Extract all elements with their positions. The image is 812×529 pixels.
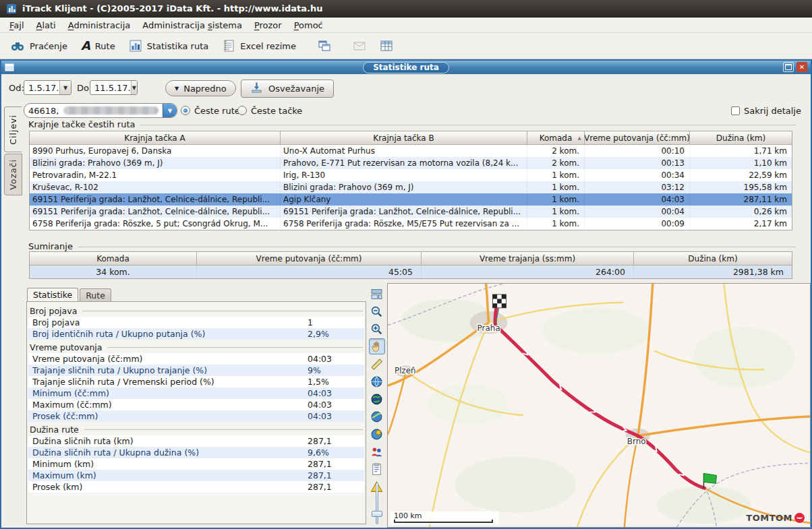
stats-label: Broj identičnih ruta / Ukupno putanja (%… — [28, 329, 205, 339]
cascade-windows-icon — [318, 39, 331, 53]
zoom-out-icon[interactable] — [369, 303, 385, 319]
summary-header-count[interactable]: Komada — [30, 252, 197, 266]
cell-count: 1 kom. — [527, 206, 585, 218]
details-tabs: Statistike Rute — [27, 288, 113, 301]
tomtom-logo: TOMTOM — [746, 513, 805, 523]
main-toolbar: Praćenje A Rute Statistika ruta Excel re… — [0, 33, 812, 59]
menu-item-fajl[interactable]: Fajl — [3, 19, 30, 32]
map-image[interactable]: Praha Plzeň Brno — [388, 284, 810, 527]
overview-icon[interactable] — [369, 286, 385, 302]
globe-hybrid-icon[interactable] — [369, 408, 385, 425]
excel-rezime-button[interactable]: Excel rezime — [216, 36, 302, 56]
stats-row: Vreme putovanja (čč:mm)04:03 — [28, 353, 364, 365]
route-row[interactable]: 6758 Periferija grada: Röszke, 5 put; Cs… — [30, 218, 792, 230]
report-icon[interactable] — [369, 461, 385, 477]
statistika-ruta-button[interactable]: Statistika ruta — [123, 36, 215, 56]
table-grid-icon — [380, 39, 393, 53]
map-panel: Praha Plzeň Brno 100 km TOMTOM — [367, 283, 811, 528]
route-row[interactable]: 8990 Purhus, Europavej 6, DanskaUno-X Au… — [30, 145, 792, 157]
side-tab-ciljevi[interactable]: Ciljevi — [4, 106, 22, 152]
cell-count: 1 kom. — [527, 218, 585, 230]
stats-value: 9% — [308, 365, 321, 376]
stats-value: 287,1 — [308, 470, 332, 481]
to-date-select[interactable]: 11.5.17. ▼ — [90, 80, 138, 95]
radio-ceste-rute[interactable]: Česte rute — [181, 104, 240, 117]
menu-item-alati[interactable]: Alati — [30, 19, 62, 32]
menu-item-pomo[interactable]: Pomoć — [288, 19, 329, 32]
column-header-endpoint-a[interactable]: Krajnja tačka A — [30, 131, 281, 145]
stats-row: Trajanje sličnih ruta / Vremenski period… — [28, 376, 364, 387]
cell-time: 00:34 — [585, 169, 690, 181]
city-label-brno: Brno — [627, 437, 646, 446]
slider-handle[interactable] — [372, 511, 382, 517]
window-titlebar[interactable]: iTrack Klijent - (C)2005-2017 iData Kft.… — [0, 0, 812, 18]
column-header-travel-time[interactable]: Vreme putovanja (čč:mm) — [585, 131, 690, 145]
window-title: iTrack Klijent - (C)2005-2017 iData Kft.… — [22, 3, 323, 13]
advanced-label: Napredno — [183, 84, 226, 94]
globe-poi-icon[interactable] — [369, 426, 385, 442]
refresh-download-icon — [250, 82, 264, 96]
globe-satellite-icon[interactable] — [369, 391, 385, 407]
application-window: iTrack Klijent - (C)2005-2017 iData Kft.… — [0, 0, 812, 529]
from-date-select[interactable]: 1.5.17. ▼ — [24, 80, 71, 95]
mdi-client: Od: 1.5.17. ▼ Do 11.5.17. ▼ ▼ Napredno O… — [1, 74, 811, 528]
summary-header-travel-time[interactable]: Vreme putovanja (čč:mm) — [197, 252, 422, 266]
chevron-down-icon[interactable]: ▼ — [59, 81, 71, 94]
summary-header-duration[interactable]: Vreme trajanja (ss:mm) — [422, 252, 634, 266]
route-a-icon: A — [81, 40, 90, 52]
stats-value: 04:03 — [308, 353, 332, 365]
close-button[interactable]: ✕ — [796, 62, 807, 72]
cascade-windows-button[interactable] — [312, 36, 337, 56]
routes-table: Krajnja tačka A Krajnja tačka B Komada▲ … — [29, 131, 792, 230]
column-header-count[interactable]: Komada▲ — [527, 131, 585, 145]
menu-item-administracija[interactable]: Administracija — [62, 19, 137, 32]
side-tab-vozaci[interactable]: Vozači — [4, 154, 22, 195]
stats-value: 1,5% — [308, 376, 329, 387]
stats-value: 287,1 — [308, 458, 332, 470]
cell-endpoint-a: 6758 Periferija grada: Röszke, 5 put; Cs… — [30, 218, 281, 230]
excel-notebook-icon — [222, 39, 235, 53]
route-row[interactable]: Blizini grada: Prahovo (369 m, J)Prahovo… — [30, 157, 792, 169]
maximize-button[interactable] — [783, 62, 794, 72]
mail-button[interactable] — [347, 36, 372, 56]
menu-item-prozor[interactable]: Prozor — [248, 19, 288, 32]
chevron-down-icon[interactable]: ▼ — [131, 81, 137, 94]
zoom-in-icon[interactable] — [369, 321, 385, 337]
tab-rute[interactable]: Rute — [80, 288, 111, 301]
cell-length: 195,58 km — [690, 181, 792, 193]
binoculars-icon — [10, 39, 25, 53]
summary-header-length[interactable]: Dužina (km) — [634, 252, 792, 266]
route-row[interactable]: 69151 Periferija grada: Lanžhot, Celnice… — [30, 193, 792, 206]
stats-row: Maximum (km)287,1 — [28, 470, 364, 481]
chevron-down-icon: ▼ — [175, 86, 179, 92]
route-row[interactable]: Petrovaradin, M-22.1Irig, R-1301 kom.00:… — [30, 169, 792, 181]
route-row[interactable]: Kruševac, R-102Blizini grada: Prahovo (3… — [30, 181, 792, 193]
stats-label: Prosek (čč:mm) — [28, 411, 98, 421]
cell-length: 1,71 km — [690, 145, 792, 157]
route-row[interactable]: 69151 Periferija grada: Lanžhot, Celnice… — [30, 206, 792, 218]
pracenje-button[interactable]: Praćenje — [4, 36, 74, 56]
people-icon[interactable] — [369, 443, 385, 460]
mdi-titlebar[interactable]: Statistike ruta ✕ — [1, 61, 811, 74]
summary-duration: 264:00 — [422, 266, 634, 278]
menu-item-administracija-sistema[interactable]: Administracija sistema — [136, 19, 248, 32]
table-view-button[interactable] — [374, 36, 399, 56]
vehicle-select[interactable]: 46618, ▼ — [24, 103, 177, 118]
stats-label: Dužina sličnih ruta / Ukupna dužina (%) — [28, 447, 199, 458]
cell-length: 1,10 km — [690, 157, 792, 169]
tab-statistike[interactable]: Statistike — [27, 288, 78, 301]
refresh-button[interactable]: Osvežavanje — [241, 80, 334, 98]
chevron-down-icon[interactable]: ▼ — [163, 104, 177, 117]
ruler-icon[interactable] — [369, 356, 385, 372]
column-header-endpoint-b[interactable]: Krajnja tačka B — [281, 131, 527, 145]
map-zoom-slider[interactable] — [372, 483, 382, 524]
stats-value: 04:03 — [308, 410, 332, 422]
globe-map-icon[interactable] — [369, 373, 385, 390]
radio-ceste-tacke[interactable]: Česte tačke — [237, 104, 302, 117]
rute-button[interactable]: A Rute — [75, 36, 121, 55]
advanced-button[interactable]: ▼ Napredno — [165, 80, 236, 96]
hide-details-checkbox[interactable]: Sakrij detalje — [731, 104, 801, 117]
column-header-length[interactable]: Dužina (km) — [690, 131, 792, 145]
map-canvas: Praha Plzeň Brno 100 km TOMTOM — [387, 283, 811, 528]
pan-hand-icon[interactable] — [369, 338, 385, 354]
